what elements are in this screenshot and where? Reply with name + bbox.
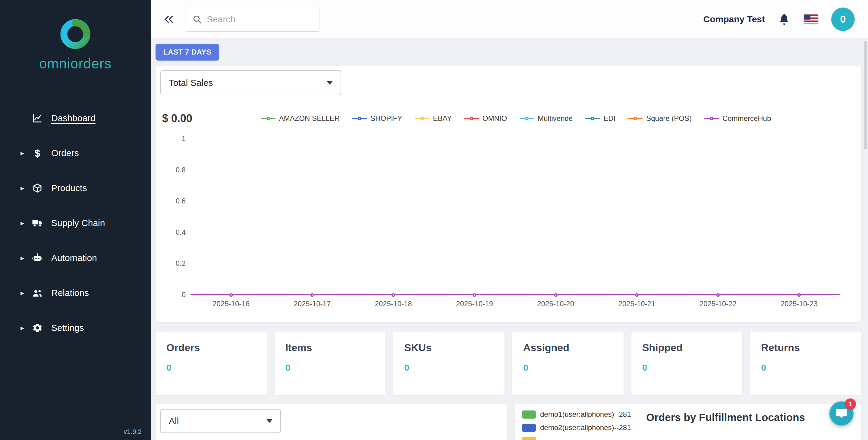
legend-item-commercehub[interactable]: CommerceHub [704, 114, 771, 123]
legend-swatch [522, 410, 536, 418]
fulfillment-title: Orders by Fulfillment Locations [646, 411, 805, 423]
sidebar-item-supply-chain[interactable]: ▸Supply Chain [0, 206, 151, 241]
legend-label: demo2(user:allphones)--281 [540, 423, 631, 432]
notifications-bell-icon[interactable] [778, 13, 791, 26]
search-box[interactable] [186, 7, 319, 32]
legend-label: SHOPIFY [370, 114, 402, 123]
dollar-icon: $ [31, 147, 43, 159]
stat-card-orders[interactable]: Orders0 [156, 332, 267, 395]
logo[interactable]: omniorders [0, 0, 151, 72]
language-flag-us[interactable] [804, 14, 818, 24]
gear-icon [31, 322, 43, 334]
data-point [716, 293, 720, 297]
bottom-row: All demo1(user:allphones)--281demo2(user… [156, 404, 861, 440]
chat-icon [835, 407, 847, 419]
sidebar-item-label: Automation [51, 253, 97, 263]
y-axis-tick: 0.8 [176, 166, 186, 174]
app-version: v1.9.2 [124, 428, 142, 436]
filter-select[interactable]: All [160, 409, 281, 433]
y-axis-tick: 0.4 [176, 228, 186, 237]
sidebar-item-relations[interactable]: ▸Relations [0, 276, 151, 310]
legend-marker-icon [464, 115, 479, 122]
sales-line-chart: 00.20.40.60.81 2025-10-162025-10-172025-… [160, 138, 840, 312]
legend-marker-icon [352, 115, 367, 122]
series-line [190, 294, 840, 295]
stat-card-items[interactable]: Items0 [275, 332, 386, 395]
y-axis-tick: 0.6 [176, 197, 186, 205]
x-axis-tick: 2025-10-20 [537, 300, 574, 308]
scrollbar-thumb[interactable] [864, 41, 867, 150]
truck-icon [31, 217, 43, 229]
legend-item-multivende[interactable]: Multivende [520, 114, 572, 123]
user-avatar[interactable]: 0 [831, 7, 855, 31]
expand-caret-icon: ▸ [21, 219, 31, 227]
chevron-down-icon [327, 81, 333, 85]
metric-select[interactable]: Total Sales [160, 70, 341, 95]
chat-unread-badge: 1 [844, 399, 856, 410]
sidebar-item-products[interactable]: ▸Products [0, 170, 151, 206]
x-axis-tick: 2025-10-18 [375, 300, 412, 308]
fulfillment-legend-item[interactable]: demo2(user:allphones)--281 [522, 423, 854, 432]
stat-value: 0 [166, 363, 267, 373]
stat-card-assigned[interactable]: Assigned0 [513, 332, 624, 395]
expand-caret-icon: ▸ [21, 324, 31, 332]
chat-widget-button[interactable]: 1 [830, 402, 854, 426]
total-row: $ 0.00 AMAZON SELLERSHOPIFYEBAYOMNIOMult… [160, 112, 840, 125]
legend-item-shopify[interactable]: SHOPIFY [352, 114, 402, 123]
sidebar-item-automation[interactable]: ▸Automation [0, 241, 151, 276]
stat-label: Assigned [523, 342, 624, 353]
data-point [392, 293, 395, 297]
fulfillment-legend-item[interactable] [522, 437, 854, 440]
y-axis-tick: 0.2 [176, 259, 186, 268]
legend-label: AMAZON SELLER [279, 114, 340, 123]
plot-area [190, 138, 840, 295]
stat-card-skus[interactable]: SKUs0 [393, 332, 504, 395]
data-point [310, 293, 314, 297]
legend-item-omnio[interactable]: OMNIO [464, 114, 507, 123]
stat-card-returns[interactable]: Returns0 [750, 332, 861, 395]
legend-item-edi[interactable]: EDI [585, 114, 615, 123]
legend-label: OMNIO [483, 114, 507, 123]
search-icon [192, 14, 202, 24]
legend-label: Multivende [538, 114, 572, 123]
legend-item-amazon-seller[interactable]: AMAZON SELLER [261, 114, 340, 123]
y-axis: 00.20.40.60.81 [160, 138, 190, 295]
data-point [635, 293, 639, 297]
stat-card-shipped[interactable]: Shipped0 [631, 332, 743, 395]
sidebar: omniorders Dashboard▸$Orders▸Products▸Su… [0, 0, 151, 440]
x-axis-tick: 2025-10-19 [456, 300, 493, 308]
legend-marker-icon [520, 115, 534, 122]
search-input[interactable] [207, 14, 313, 24]
last-7-days-button[interactable]: LAST 7 DAYS [156, 44, 219, 61]
x-axis-tick: 2025-10-16 [213, 300, 250, 308]
sidebar-item-label: Relations [51, 288, 89, 298]
legend-item-square-pos[interactable]: Square (POS) [628, 114, 692, 123]
y-axis-tick: 0 [182, 290, 186, 299]
sidebar-item-dashboard[interactable]: Dashboard [0, 101, 151, 136]
stat-value: 0 [523, 363, 624, 373]
legend-swatch [522, 424, 536, 432]
data-point [797, 293, 801, 297]
chart-legend: AMAZON SELLERSHOPIFYEBAYOMNIOMultivendeE… [192, 114, 840, 123]
x-axis-tick: 2025-10-21 [618, 300, 655, 308]
flag-canton [804, 14, 810, 20]
sales-chart-card: Total Sales $ 0.00 AMAZON SELLERSHOPIFYE… [156, 66, 861, 322]
legend-marker-icon [261, 115, 276, 122]
topbar-right: Company Test 0 [704, 7, 855, 31]
filter-select-value: All [169, 416, 179, 426]
logo-text: omniorders [0, 56, 151, 72]
chevron-down-icon [267, 419, 273, 423]
legend-marker-icon [704, 115, 719, 122]
sidebar-item-label: Settings [51, 323, 84, 333]
sidebar-item-orders[interactable]: ▸$Orders [0, 136, 151, 170]
sidebar-menu: Dashboard▸$Orders▸Products▸Supply Chain▸… [0, 101, 151, 345]
sidebar-item-settings[interactable]: ▸Settings [0, 310, 151, 345]
stats-row: Orders0Items0SKUs0Assigned0Shipped0Retur… [156, 332, 861, 395]
stat-value: 0 [404, 363, 504, 373]
stat-value: 0 [285, 363, 386, 373]
legend-item-ebay[interactable]: EBAY [415, 114, 452, 123]
robot-icon [31, 252, 43, 264]
y-axis-tick: 1 [182, 134, 186, 143]
stat-label: Items [285, 342, 386, 353]
collapse-sidebar-button[interactable] [163, 13, 176, 26]
